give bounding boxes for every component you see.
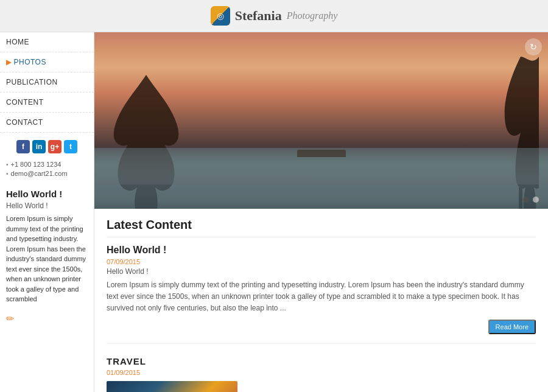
article-hello-world: Hello World ! 07/09/2015 Hello World ! L… — [107, 245, 536, 344]
travel-date: 01/09/2015 — [107, 369, 536, 376]
sidebar: HOME ▶PHOTOS PUBLICATION CONTENT CONTACT… — [0, 32, 94, 392]
nav-contact[interactable]: CONTACT — [0, 113, 94, 133]
article-date: 07/09/2015 — [107, 258, 536, 265]
sidebar-hello-body: Lorem Ipsum is simply dummy text of the … — [0, 214, 94, 310]
site-subtitle: Photography — [287, 10, 338, 21]
site-name: Stefania — [235, 8, 282, 24]
article-subtitle: Hello World ! — [107, 267, 536, 276]
page-layout: HOME ▶PHOTOS PUBLICATION CONTENT CONTACT… — [0, 32, 548, 392]
slider-dot-1[interactable] — [523, 197, 529, 203]
nav-arrow-icon: ▶ — [6, 58, 12, 66]
phone-number: +1 800 123 1234 — [11, 161, 61, 168]
sidebar-hello-sub: Hello World ! — [0, 201, 94, 214]
main-content: ↻ Latest Content Hello World ! 07/09/201… — [94, 32, 548, 392]
slider-dot-2[interactable] — [533, 197, 539, 203]
hero-slider: ↻ — [94, 32, 548, 209]
edit-icon[interactable]: ✏ — [0, 310, 94, 331]
water-reflection — [94, 148, 548, 209]
nav-home[interactable]: HOME — [0, 32, 94, 52]
google-plus-icon[interactable]: g+ — [48, 140, 61, 153]
nav-publication[interactable]: PUBLICATION — [0, 72, 94, 93]
read-more-button[interactable]: Read More — [488, 320, 536, 334]
email-address: demo@cart21.com — [11, 170, 68, 177]
nav-photos[interactable]: ▶PHOTOS — [0, 52, 94, 72]
travel-image — [107, 381, 237, 392]
content-area: Latest Content Hello World ! 07/09/2015 … — [94, 209, 548, 392]
site-header: ◎ Stefania Photography — [0, 0, 548, 32]
travel-section: TRAVEL 01/09/2015 — [107, 356, 536, 392]
contact-info: • +1 800 123 1234 • demo@cart21.com — [0, 158, 94, 184]
section-title: Latest Content — [107, 218, 536, 237]
slider-dots — [523, 197, 539, 203]
sidebar-hello-title: Hello World ! — [0, 184, 94, 201]
logo-icon: ◎ — [211, 6, 230, 26]
linkedin-icon[interactable]: in — [32, 140, 46, 153]
refresh-icon[interactable]: ↻ — [525, 38, 542, 55]
nav-content[interactable]: CONTENT — [0, 93, 94, 113]
bridge — [297, 150, 346, 157]
phone-icon: • — [6, 161, 9, 168]
travel-label: TRAVEL — [107, 356, 536, 366]
article-title: Hello World ! — [107, 245, 536, 256]
email-icon: • — [6, 170, 9, 177]
social-links: f in g+ t — [0, 133, 94, 158]
facebook-icon[interactable]: f — [16, 140, 30, 153]
article-body: Lorem Ipsum is simply dummy text of the … — [107, 279, 536, 315]
twitter-icon[interactable]: t — [64, 140, 77, 153]
